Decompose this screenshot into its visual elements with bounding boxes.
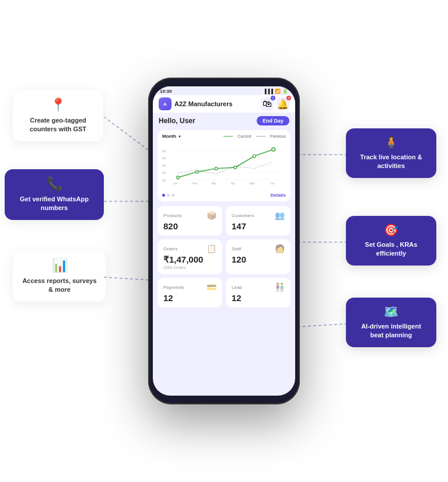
svg-text:Apr: Apr [231, 182, 236, 185]
notification-button[interactable]: 🔔 4 [276, 97, 289, 110]
feature-card-geo-tag-text: Create geo-tagged counters with GST [22, 116, 94, 134]
cart-badge: 2 [271, 96, 275, 100]
svg-text:3lk: 3lk [162, 165, 166, 167]
feature-card-reports[interactable]: 📊 Access reports, surveys & more [13, 251, 106, 302]
customers-icon: 👥 [275, 211, 285, 220]
greeting-text: Hello, User [159, 117, 195, 125]
battery-icon: 🔋 [282, 89, 288, 94]
lead-icon: 👫 [275, 282, 285, 292]
stats-grid: Products 📦 820 Customers 👥 147 [153, 204, 295, 310]
stat-label-lead: Lead 👫 [232, 282, 285, 292]
chevron-down-icon: ▼ [178, 135, 181, 138]
feature-card-set-goals[interactable]: 🎯 Set Goals , KRAs efficiently [346, 216, 436, 266]
current-legend-label: Current [237, 134, 251, 138]
stat-label-customers: Customers 👥 [232, 211, 285, 220]
svg-text:Jan: Jan [173, 182, 178, 185]
current-legend-line [223, 136, 233, 137]
stat-value-orders: ₹1,47,000 [163, 254, 216, 265]
signal-icon: ▐▐▐ [263, 89, 273, 94]
svg-line-0 [104, 117, 150, 152]
track-location-icon: 🧍 [355, 135, 427, 149]
svg-line-2 [104, 277, 150, 280]
status-icons: ▐▐▐ 📶 🔋 [263, 89, 288, 94]
svg-point-20 [253, 155, 256, 158]
track-location-text: Track live location & activities [355, 153, 427, 171]
stat-value-customers: 147 [232, 221, 285, 231]
feature-card-whatsapp-text: Get verified WhatsApp numbers [14, 195, 94, 213]
header-icons: 🛍 2 🔔 4 [261, 97, 289, 110]
time-display: 10:30 [160, 89, 172, 94]
svg-point-18 [215, 167, 218, 170]
products-icon: 📦 [206, 211, 216, 220]
stat-sub-orders: 2588 Orders [163, 266, 216, 270]
svg-text:Mar: Mar [212, 182, 217, 185]
hello-section: Hello, User End Day [153, 113, 295, 128]
svg-text:Jun: Jun [270, 182, 275, 185]
svg-text:4lk: 4lk [162, 157, 166, 160]
feature-card-reports-text: Access reports, surveys & more [22, 277, 97, 295]
feature-card-geo-tag[interactable]: 📍 Create geo-tagged counters with GST [13, 90, 103, 141]
header-left: A A2Z Manufacturers [159, 97, 233, 110]
stat-card-lead: Lead 👫 12 [226, 278, 290, 308]
wifi-icon: 📶 [275, 89, 281, 94]
app-title: A2Z Manufacturers [174, 100, 233, 107]
chart-controls: Month ▼ Current Previous [162, 134, 286, 139]
feature-card-beat-planning[interactable]: 🗺️ AI-driven intelligent beat planning [346, 298, 436, 347]
beat-planning-text: AI-driven intelligent beat planning [355, 322, 427, 340]
month-label: Month [162, 134, 176, 139]
chart-dot-1 [162, 194, 165, 197]
chart-dot-2 [167, 194, 170, 197]
svg-text:May: May [250, 182, 256, 185]
svg-text:2lk: 2lk [162, 172, 166, 174]
phone-screen: 10:30 ▐▐▐ 📶 🔋 A A2Z Manufacturers [153, 86, 295, 396]
previous-legend-label: Previous [270, 134, 286, 138]
stat-label-payments: Payments 💳 [163, 282, 216, 292]
svg-text:5lk: 5lk [162, 150, 166, 153]
svg-point-16 [177, 176, 180, 179]
stat-label-staff: Staff 🧑 [232, 244, 285, 253]
staff-icon: 🧑 [275, 244, 285, 253]
orders-icon: 📋 [206, 244, 216, 253]
stat-label-orders: Orders 📋 [163, 244, 216, 253]
reports-icon: 📊 [22, 258, 97, 273]
stat-value-staff: 120 [232, 254, 285, 264]
chart-details-link[interactable]: Details [271, 193, 286, 198]
stat-card-orders: Orders 📋 ₹1,47,000 2588 Orders [158, 239, 222, 274]
svg-point-17 [195, 170, 198, 173]
feature-card-whatsapp[interactable]: 📞 Get verified WhatsApp numbers [5, 169, 104, 220]
chart-legend: Current Previous [223, 134, 286, 138]
stat-value-products: 820 [163, 221, 216, 231]
previous-legend-line [256, 136, 265, 137]
status-bar: 10:30 ▐▐▐ 📶 🔋 [153, 86, 295, 95]
chart-dot-3 [172, 194, 174, 197]
stat-value-payments: 12 [163, 293, 216, 303]
stat-card-products: Products 📦 820 [158, 206, 222, 236]
phone: 10:30 ▐▐▐ 📶 🔋 A A2Z Manufacturers [148, 78, 300, 404]
cart-icon: 🛍 [262, 99, 272, 109]
stat-card-payments: Payments 💳 12 [158, 278, 222, 308]
app-logo: A [159, 97, 172, 110]
chart-footer: Details [162, 191, 286, 198]
svg-text:1lk: 1lk [162, 179, 166, 182]
scene: 📍 Create geo-tagged counters with GST 📞 … [0, 0, 448, 482]
chart-pagination [162, 194, 174, 197]
stat-value-lead: 12 [232, 293, 285, 303]
payments-icon: 💳 [206, 282, 216, 292]
cart-button[interactable]: 🛍 2 [261, 97, 274, 110]
phone-outer: 10:30 ▐▐▐ 📶 🔋 A A2Z Manufacturers [148, 78, 300, 404]
beat-planning-icon: 🗺️ [355, 305, 427, 319]
svg-text:Feb: Feb [192, 182, 198, 185]
stat-label-products: Products 📦 [163, 211, 216, 220]
geo-tag-icon: 📍 [22, 97, 94, 113]
feature-card-track-location[interactable]: 🧍 Track live location & activities [346, 128, 436, 178]
month-selector[interactable]: Month ▼ [162, 134, 181, 139]
set-goals-icon: 🎯 [355, 223, 427, 237]
end-day-button[interactable]: End Day [257, 116, 289, 125]
notification-badge: 4 [286, 96, 291, 100]
set-goals-text: Set Goals , KRAs efficiently [355, 240, 427, 259]
stat-card-customers: Customers 👥 147 [226, 206, 290, 236]
svg-line-5 [298, 324, 346, 327]
chart-area: Month ▼ Current Previous 1lk [158, 130, 290, 201]
svg-point-21 [272, 148, 275, 151]
stat-card-staff: Staff 🧑 120 [226, 239, 290, 274]
